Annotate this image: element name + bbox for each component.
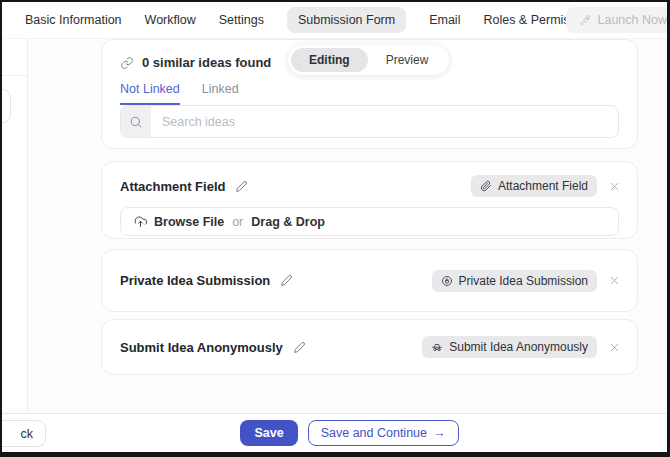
upload-or-text: or: [232, 215, 243, 229]
editing-preview-toggle: Editing Preview: [288, 45, 449, 75]
link-icon: [120, 56, 134, 70]
tab-submission-form[interactable]: Submission Form: [287, 7, 406, 33]
arrow-right-icon: →: [433, 426, 446, 440]
anonymous-idea-badge: Submit Idea Anonymously: [422, 336, 597, 358]
footer-bar: ck Save Save and Continue →: [2, 413, 667, 452]
drag-drop-label: Drag & Drop: [251, 215, 325, 229]
tab-linked[interactable]: Linked: [202, 82, 239, 105]
edit-pencil-icon[interactable]: [235, 180, 248, 193]
rocket-icon: [579, 14, 592, 27]
tab-email[interactable]: Email: [429, 13, 460, 27]
anonymous-idea-label: Submit Idea Anonymously: [120, 340, 283, 355]
search-ideas-input[interactable]: [151, 106, 618, 137]
tab-basic-information[interactable]: Basic Information: [25, 13, 122, 27]
left-panel-cut-card: [0, 89, 11, 123]
close-icon[interactable]: [608, 180, 621, 193]
close-icon[interactable]: [608, 274, 621, 287]
save-and-continue-label: Save and Continue: [321, 426, 427, 440]
left-panel-divider: [2, 75, 27, 76]
linked-tabs: Not Linked Linked: [120, 82, 637, 105]
save-and-continue-button[interactable]: Save and Continue →: [308, 420, 459, 446]
anonymous-idea-card: Submit Idea Anonymously Submit Idea Anon…: [101, 319, 638, 375]
preview-toggle-option[interactable]: Preview: [368, 48, 447, 72]
search-icon: [121, 106, 151, 137]
browse-file-label[interactable]: Browse File: [154, 215, 224, 229]
attachment-field-badge: Attachment Field: [471, 175, 597, 197]
attachment-field-label: Attachment Field: [120, 179, 225, 194]
private-icon: [441, 275, 453, 287]
paperclip-icon: [480, 180, 492, 192]
cloud-upload-icon: [133, 214, 148, 229]
close-icon[interactable]: [608, 341, 621, 354]
top-tab-bar: Basic Information Workflow Settings Subm…: [2, 2, 667, 39]
similar-ideas-panel: 0 similar ideas found Editing Preview No…: [101, 39, 638, 149]
left-panel-edge: [2, 39, 28, 414]
file-upload-dropzone[interactable]: Browse File or Drag & Drop: [120, 207, 619, 236]
save-button[interactable]: Save: [240, 420, 297, 446]
launch-now-button[interactable]: Launch Now: [566, 7, 670, 33]
anonymous-icon: [431, 341, 443, 353]
private-idea-card: Private Idea Submission Private Idea Sub…: [101, 249, 638, 312]
app-window: Basic Information Workflow Settings Subm…: [0, 0, 670, 457]
editing-toggle-option[interactable]: Editing: [291, 48, 368, 72]
tab-workflow[interactable]: Workflow: [145, 13, 196, 27]
tab-not-linked[interactable]: Not Linked: [120, 82, 180, 105]
edit-pencil-icon[interactable]: [280, 274, 293, 287]
edit-pencil-icon[interactable]: [293, 341, 306, 354]
attachment-badge-label: Attachment Field: [498, 179, 588, 193]
similar-ideas-count: 0 similar ideas found: [142, 55, 271, 70]
search-ideas-box: [120, 105, 619, 138]
private-idea-label: Private Idea Submission: [120, 273, 270, 288]
tab-settings[interactable]: Settings: [219, 13, 264, 27]
attachment-field-card: Attachment Field Attachment Field Browse…: [101, 161, 638, 239]
anonymous-badge-label: Submit Idea Anonymously: [449, 340, 588, 354]
private-badge-label: Private Idea Submission: [459, 274, 588, 288]
private-idea-badge: Private Idea Submission: [432, 270, 597, 292]
launch-now-label: Launch Now: [598, 13, 668, 27]
